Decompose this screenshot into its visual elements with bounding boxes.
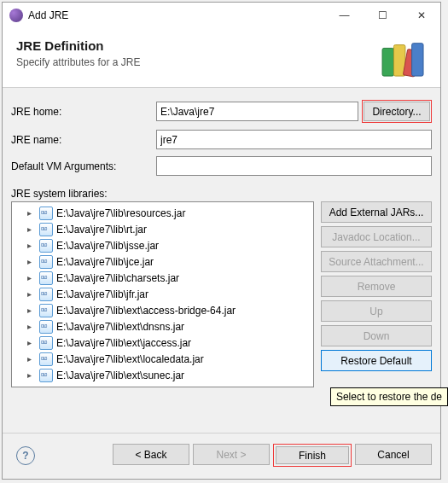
expand-icon[interactable]: ▸ <box>27 322 38 331</box>
tree-item[interactable]: ▸E:\Java\jre7\lib\jfr.jar <box>12 286 313 302</box>
up-button[interactable]: Up <box>321 300 432 322</box>
vm-args-label: Default VM Arguments: <box>11 160 156 172</box>
jar-icon <box>39 207 53 220</box>
help-icon[interactable]: ? <box>16 446 35 465</box>
restore-default-button[interactable]: Restore Default <box>321 350 432 371</box>
jar-path: E:\Java\jre7\lib\resources.jar <box>56 207 185 219</box>
next-button[interactable]: Next > <box>193 444 270 465</box>
jar-path: E:\Java\jre7\lib\ext\localedata.jar <box>56 353 204 365</box>
jar-icon <box>39 320 53 334</box>
system-libraries-label: JRE system libraries: <box>11 188 432 200</box>
expand-icon[interactable]: ▸ <box>27 257 38 266</box>
directory-button[interactable]: Directory... <box>364 102 430 121</box>
jre-home-label: JRE home: <box>11 106 156 118</box>
maximize-button[interactable]: ☐ <box>364 3 402 28</box>
expand-icon[interactable]: ▸ <box>27 224 38 234</box>
remove-button[interactable]: Remove <box>321 276 432 297</box>
eclipse-icon <box>9 9 23 22</box>
expand-icon[interactable]: ▸ <box>27 241 38 250</box>
jre-name-label: JRE name: <box>11 134 156 146</box>
tree-item[interactable]: ▸E:\Java\jre7\lib\charsets.jar <box>12 270 313 286</box>
jre-name-input[interactable] <box>156 130 432 149</box>
jar-icon <box>39 255 53 269</box>
dialog-header: JRE Definition Specify attributes for a … <box>3 28 440 88</box>
tree-item[interactable]: ▸E:\Java\jre7\lib\ext\sunec.jar <box>12 367 313 383</box>
jar-icon <box>39 223 53 236</box>
jar-path: E:\Java\jre7\lib\jsse.jar <box>56 240 159 252</box>
jar-path: E:\Java\jre7\lib\ext\dnsns.jar <box>56 321 184 333</box>
jar-path: E:\Java\jre7\lib\jfr.jar <box>56 288 148 300</box>
main-area: JRE home: Directory... JRE name: Default… <box>3 88 440 433</box>
vm-args-input[interactable] <box>156 156 432 176</box>
expand-icon[interactable]: ▸ <box>27 370 38 380</box>
cancel-button[interactable]: Cancel <box>355 444 432 465</box>
close-button[interactable]: ✕ <box>402 3 440 28</box>
jar-path: E:\Java\jre7\lib\jce.jar <box>56 256 154 268</box>
jar-path: E:\Java\jre7\lib\rt.jar <box>56 224 147 236</box>
jar-icon <box>39 288 53 301</box>
window-title: Add JRE <box>28 9 325 21</box>
source-attachment-button[interactable]: Source Attachment... <box>321 251 432 272</box>
down-button[interactable]: Down <box>321 325 432 346</box>
add-jre-dialog: Add JRE — ☐ ✕ JRE Definition Specify att… <box>2 2 441 480</box>
tree-item[interactable]: ▸E:\Java\jre7\lib\rt.jar <box>12 221 313 237</box>
tree-item[interactable]: ▸E:\Java\jre7\lib\resources.jar <box>12 205 313 221</box>
add-external-jars-button[interactable]: Add External JARs... <box>321 201 432 223</box>
jar-icon <box>39 336 53 350</box>
back-button[interactable]: < Back <box>113 444 189 465</box>
expand-icon[interactable]: ▸ <box>27 208 38 218</box>
finish-button[interactable]: Finish <box>276 446 349 464</box>
expand-icon[interactable]: ▸ <box>27 289 38 299</box>
jar-icon <box>39 271 53 285</box>
expand-icon[interactable]: ▸ <box>27 306 38 315</box>
jre-home-input[interactable] <box>156 102 358 121</box>
tree-item[interactable]: ▸E:\Java\jre7\lib\ext\access-bridge-64.j… <box>12 302 313 318</box>
jar-path: E:\Java\jre7\lib\ext\sunec.jar <box>56 370 184 381</box>
javadoc-location-button[interactable]: Javadoc Location... <box>321 226 432 247</box>
library-icon <box>379 37 428 78</box>
directory-highlight: Directory... <box>362 100 432 123</box>
expand-icon[interactable]: ▸ <box>27 338 38 347</box>
jar-icon <box>39 239 53 253</box>
system-libraries-tree[interactable]: ▸E:\Java\jre7\lib\resources.jar▸E:\Java\… <box>11 201 314 387</box>
title-bar: Add JRE — ☐ ✕ <box>3 3 440 28</box>
jar-icon <box>39 304 53 317</box>
footer: ? < Back Next > Finish Cancel <box>3 433 440 479</box>
expand-icon[interactable]: ▸ <box>27 273 38 282</box>
tree-item[interactable]: ▸E:\Java\jre7\lib\jsse.jar <box>12 237 313 253</box>
expand-icon[interactable]: ▸ <box>27 354 38 364</box>
header-title: JRE Definition <box>16 38 427 53</box>
tree-item[interactable]: ▸E:\Java\jre7\lib\ext\dnsns.jar <box>12 318 313 335</box>
tree-item[interactable]: ▸E:\Java\jre7\lib\ext\jaccess.jar <box>12 335 313 351</box>
jar-path: E:\Java\jre7\lib\ext\jaccess.jar <box>56 337 191 349</box>
tree-item[interactable]: ▸E:\Java\jre7\lib\ext\localedata.jar <box>12 351 313 367</box>
jar-path: E:\Java\jre7\lib\charsets.jar <box>56 272 179 284</box>
jar-icon <box>39 369 53 382</box>
header-subtitle: Specify attributes for a JRE <box>16 56 427 68</box>
svg-rect-0 <box>382 48 393 76</box>
tree-item[interactable]: ▸E:\Java\jre7\lib\jce.jar <box>12 253 313 270</box>
jar-icon <box>39 352 53 366</box>
finish-highlight: Finish <box>273 444 352 467</box>
tooltip: Select to restore the de <box>330 387 448 406</box>
svg-rect-3 <box>412 44 423 76</box>
minimize-button[interactable]: — <box>325 3 364 28</box>
jar-path: E:\Java\jre7\lib\ext\access-bridge-64.ja… <box>56 305 236 317</box>
